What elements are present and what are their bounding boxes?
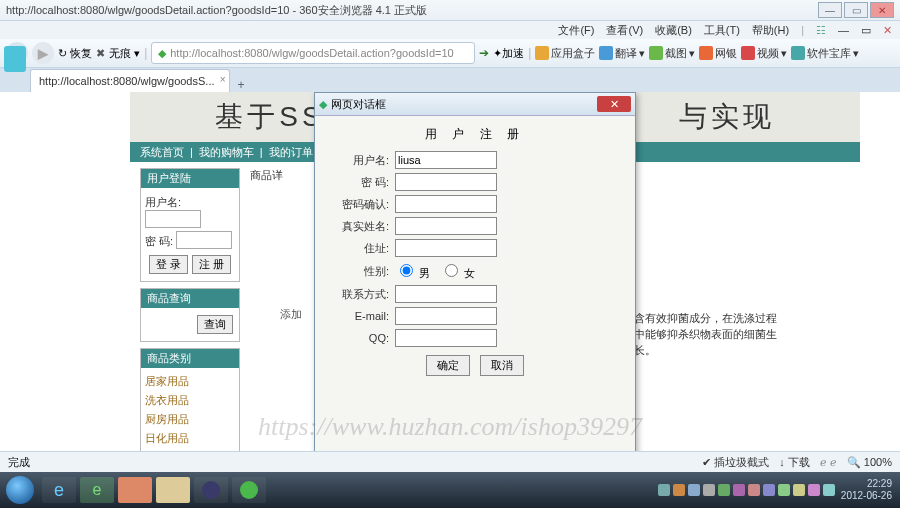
close-window-button[interactable]: ✕: [870, 2, 894, 18]
field-pass-label: 密 码:: [325, 175, 395, 190]
status-bar: 完成 ✔ 插垃圾截式 ↓ 下载 ℯ ℯ 🔍 100%: [0, 451, 900, 472]
task-app1-icon[interactable]: [118, 477, 152, 492]
field-contact-label: 联系方式:: [325, 287, 395, 302]
field-addr-label: 住址:: [325, 241, 395, 256]
status-zoom[interactable]: 🔍 100%: [847, 456, 892, 469]
dialog-titlebar[interactable]: ◆ 网页对话框 ✕: [315, 93, 635, 116]
field-email-label: E-mail:: [325, 310, 395, 322]
field-contact-input[interactable]: [395, 285, 497, 303]
tab-close-icon[interactable]: ×: [220, 74, 226, 85]
field-qq-input[interactable]: [395, 329, 497, 347]
login-user-label: 用户名:: [145, 196, 181, 208]
tab-active[interactable]: http://localhost:8080/wlgw/goodsS... ×: [30, 69, 230, 92]
task-ie-icon[interactable]: e: [42, 477, 76, 492]
radio-male[interactable]: 男: [395, 261, 430, 281]
login-button[interactable]: 登 录: [149, 255, 188, 274]
search-panel-title: 商品查询: [141, 289, 239, 308]
browser-toolbar: ◀ ▶ ↻ 恢复 ✖ 无痕 ▾ | ◆ http://localhost:808…: [0, 39, 900, 68]
menu-help[interactable]: 帮助(H): [752, 23, 789, 38]
menu-min-icon[interactable]: —: [838, 24, 849, 36]
nav-home[interactable]: 系统首页: [140, 145, 184, 160]
tab-label: http://localhost:8080/wlgw/goodsS...: [39, 75, 215, 87]
field-user-input[interactable]: [395, 151, 497, 169]
toolbar-bank[interactable]: 网银: [699, 46, 737, 61]
menu-restore-icon[interactable]: ▭: [861, 24, 871, 37]
field-addr-input[interactable]: [395, 239, 497, 257]
address-text: http://localhost:8080/wlgw/goodsDetail.a…: [170, 47, 453, 59]
task-eclipse-icon[interactable]: [194, 477, 228, 492]
side-badge-icon: [4, 46, 26, 72]
browser-menus: 文件(F) 查看(V) 收藏(B) 工具(T) 帮助(H) | ☷ — ▭ ✕: [0, 21, 900, 39]
toolbar-screenshot[interactable]: 截图▾: [649, 46, 695, 61]
stop-button[interactable]: ✖: [96, 47, 105, 60]
cat-item[interactable]: 洗衣用品: [145, 391, 235, 410]
dialog-ok-button[interactable]: 确定: [426, 355, 470, 376]
nav-cart[interactable]: 我的购物车: [199, 145, 254, 160]
field-pass2-input[interactable]: [395, 195, 497, 213]
toolbar-appbox[interactable]: 应用盒子: [535, 46, 595, 61]
tab-strip: http://localhost:8080/wlgw/goodsS... × +: [0, 68, 900, 92]
menu-extra-icon[interactable]: ☷: [816, 24, 826, 37]
status-left: 完成: [8, 455, 702, 470]
field-email-input[interactable]: [395, 307, 497, 325]
radio-female[interactable]: 女: [440, 261, 475, 281]
category-panel-title: 商品类别: [141, 349, 239, 368]
login-pass-input[interactable]: [176, 231, 232, 249]
field-realname-input[interactable]: [395, 217, 497, 235]
dialog-title: 网页对话框: [331, 97, 597, 112]
address-bar[interactable]: ◆ http://localhost:8080/wlgw/goodsDetail…: [151, 42, 475, 64]
home-button[interactable]: 无痕 ▾: [109, 46, 140, 61]
product-note: 含有效抑菌成分，在洗涤过程中能够抑杀织物表面的细菌生长。: [634, 310, 784, 358]
menu-file[interactable]: 文件(F): [558, 23, 594, 38]
refresh-button[interactable]: ↻ 恢复: [58, 46, 92, 61]
cat-item[interactable]: 日化用品: [145, 429, 235, 448]
system-tray: 22:29 2012-06-26: [658, 478, 900, 492]
register-open-button[interactable]: 注 册: [192, 255, 231, 274]
menu-tools[interactable]: 工具(T): [704, 23, 740, 38]
add-label: 添加: [280, 307, 302, 322]
dialog-close-button[interactable]: ✕: [597, 96, 631, 112]
status-plugin[interactable]: ✔ 插垃圾截式: [702, 455, 769, 470]
tab-new-button[interactable]: +: [230, 78, 253, 92]
window-controls: — ▭ ✕: [818, 2, 894, 18]
menu-favorites[interactable]: 收藏(B): [655, 23, 692, 38]
minimize-button[interactable]: —: [818, 2, 842, 18]
cat-item[interactable]: 厨房用品: [145, 410, 235, 429]
register-dialog: ◆ 网页对话框 ✕ 用 户 注 册 用户名: 密 码: 密码确认: 真实姓名: …: [314, 92, 636, 490]
toolbar-translate[interactable]: 翻译▾: [599, 46, 645, 61]
taskbar-clock[interactable]: 22:29 2012-06-26: [841, 478, 892, 492]
window-title: http://localhost:8080/wlgw/goodsDetail.a…: [6, 3, 818, 18]
clock-date: 2012-06-26: [841, 490, 892, 492]
field-sex-label: 性别:: [325, 264, 395, 279]
detail-subhead: 商品详: [250, 168, 283, 183]
field-pass-input[interactable]: [395, 173, 497, 191]
task-app2-icon[interactable]: [232, 477, 266, 492]
login-user-input[interactable]: [145, 210, 201, 228]
speed-button[interactable]: ✦加速: [493, 46, 524, 61]
banner-right: 与实现: [679, 98, 775, 136]
tray-icons[interactable]: [658, 484, 835, 492]
search-panel: 商品查询 查询: [140, 288, 240, 342]
field-realname-label: 真实姓名:: [325, 219, 395, 234]
field-user-label: 用户名:: [325, 153, 395, 168]
task-explorer-icon[interactable]: [156, 477, 190, 492]
nav-orders[interactable]: 我的订单: [269, 145, 313, 160]
dialog-icon: ◆: [319, 98, 327, 111]
task-360-icon[interactable]: e: [80, 477, 114, 492]
dialog-clear-button[interactable]: 取消: [480, 355, 524, 376]
field-qq-label: QQ:: [325, 332, 395, 344]
menu-close-icon[interactable]: ✕: [883, 24, 892, 37]
forward-button[interactable]: ▶: [32, 42, 54, 64]
maximize-button[interactable]: ▭: [844, 2, 868, 18]
toolbar-video[interactable]: 视频▾: [741, 46, 787, 61]
dialog-heading: 用 户 注 册: [325, 126, 625, 143]
search-button[interactable]: 查询: [197, 315, 233, 334]
login-pass-label: 密 码:: [145, 235, 173, 247]
menu-view[interactable]: 查看(V): [606, 23, 643, 38]
status-download[interactable]: ↓ 下载: [779, 455, 810, 470]
go-button[interactable]: ➔: [479, 46, 489, 60]
toolbar-software[interactable]: 软件宝库▾: [791, 46, 859, 61]
cat-item[interactable]: 居家用品: [145, 372, 235, 391]
browser-title-bar: http://localhost:8080/wlgw/goodsDetail.a…: [0, 0, 900, 21]
start-button[interactable]: [0, 472, 40, 492]
